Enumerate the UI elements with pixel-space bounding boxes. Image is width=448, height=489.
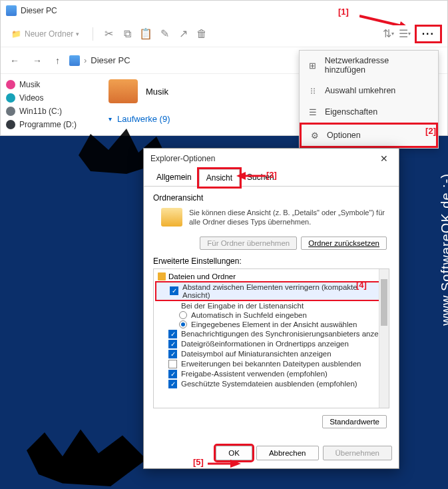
separator	[93, 27, 93, 41]
sidebar-item-label: Videos	[19, 93, 43, 103]
setting-row[interactable]: Bei der Eingabe in der Listenansicht	[155, 301, 387, 310]
pc-icon	[69, 55, 80, 66]
sidebar-item-drive-d[interactable]: Programme (D:)	[6, 118, 95, 131]
radio[interactable]	[179, 311, 187, 319]
setting-row[interactable]: ✓Dateigrößeinformationen in Ordnertipps …	[155, 339, 387, 349]
annotation-2: [2]	[425, 126, 436, 136]
tab-general[interactable]: Allgemein	[149, 169, 199, 186]
arrow-icon	[359, 7, 413, 25]
svg-marker-1	[398, 21, 413, 25]
svg-marker-5	[230, 460, 241, 468]
setting-row[interactable]: ✓Freigabe-Assistent verwenden (empfohlen…	[155, 369, 387, 379]
folder-view-icon	[161, 208, 182, 227]
checkbox[interactable]	[168, 360, 177, 368]
checkbox[interactable]: ✓	[168, 350, 177, 358]
sidebar-item-label: Win11b (C:)	[19, 107, 62, 116]
annotation-4: [4]	[356, 280, 367, 290]
folder-label: Musik	[146, 87, 168, 97]
svg-line-0	[359, 16, 405, 25]
breadcrumb-item: Dieser PC	[91, 55, 130, 65]
setting-row[interactable]: Automatisch in Suchfeld eingeben	[155, 310, 387, 320]
delete-icon[interactable]: 🗑	[196, 28, 208, 40]
options-icon: ⚙	[310, 130, 320, 141]
setting-row[interactable]: Erweiterungen bei bekannten Dateitypen a…	[155, 359, 387, 369]
folder-icon	[158, 272, 166, 280]
reset-folders-button[interactable]: Ordner zurücksetzen	[301, 237, 387, 250]
tab-view[interactable]: Ansicht	[199, 169, 240, 187]
apply-button[interactable]: Übernehmen	[323, 446, 392, 460]
setting-row[interactable]: ✓Abstand zwischen Elementen verringern (…	[155, 281, 387, 301]
sidebar-item-label: Programme (D:)	[19, 120, 77, 129]
breadcrumb[interactable]: › Dieser PC	[69, 55, 130, 66]
menu-invert-selection[interactable]: ⁝⁝Auswahl umkehren	[300, 80, 438, 101]
cancel-button[interactable]: Abbrechen	[256, 446, 319, 460]
menu-label: Netzwerkadresse hinzufügen	[325, 56, 430, 75]
defaults-button[interactable]: Standardwerte	[322, 415, 387, 428]
dialog-title: Explorer-Optionen	[150, 154, 215, 163]
rename-icon[interactable]: ✎	[158, 28, 170, 40]
folder-plus-icon: 📁	[10, 28, 22, 40]
checkbox[interactable]: ✓	[168, 370, 177, 378]
setting-row[interactable]: ✓Geschützte Systemdateien ausblenden (em…	[155, 379, 387, 389]
checkbox[interactable]: ✓	[170, 286, 178, 295]
window-title: Dieser PC	[21, 6, 57, 15]
decorative-silhouette	[27, 426, 146, 486]
setting-label: Freigabe-Assistent verwenden (empfohlen)	[181, 370, 328, 378]
more-button[interactable]: ···	[415, 25, 442, 43]
forward-button[interactable]: →	[29, 53, 46, 69]
setting-label: Eingegebenes Element in der Ansicht ausw…	[191, 320, 357, 328]
sidebar-item-videos[interactable]: Videos	[6, 91, 95, 105]
watermark-text: www.SoftwareOK.de :-)	[439, 173, 448, 326]
arrow-icon	[236, 172, 266, 185]
ok-button[interactable]: OK	[216, 446, 252, 460]
cut-icon[interactable]: ✂	[103, 28, 114, 40]
dialog-footer: OK Abbrechen Übernehmen	[144, 442, 399, 468]
sort-icon[interactable]: ⇅ ▾	[383, 28, 395, 40]
sidebar: Musik Videos Win11b (C:) Programme (D:)	[1, 74, 101, 135]
setting-label: Dateisymbol auf Miniaturansichten anzeig…	[181, 350, 332, 358]
view-icon[interactable]: ☰ ▾	[399, 28, 411, 40]
apply-to-folders-button[interactable]: Für Ordner übernehmen	[200, 237, 297, 250]
checkbox[interactable]: ✓	[168, 330, 177, 338]
drive-icon	[6, 107, 15, 116]
new-folder-button[interactable]: 📁 Neuer Ordner ▾	[6, 25, 83, 43]
annotation-3: [3]	[266, 170, 277, 180]
scrollbar[interactable]	[379, 269, 389, 408]
music-icon	[6, 80, 15, 89]
menu-network-address[interactable]: ⊞Netzwerkadresse hinzufügen	[300, 51, 438, 80]
up-button[interactable]: ↑	[51, 53, 64, 69]
setting-row[interactable]: ✓Benachrichtigungen des Synchronisierung…	[155, 329, 387, 339]
overflow-menu: ⊞Netzwerkadresse hinzufügen ⁝⁝Auswahl um…	[299, 50, 439, 149]
paste-icon[interactable]: 📋	[140, 28, 152, 40]
setting-row[interactable]: ✓Dateisymbol auf Miniaturansichten anzei…	[155, 349, 387, 359]
menu-options[interactable]: ⚙Optionen	[300, 123, 438, 148]
annotation-5: [5]	[193, 457, 204, 467]
arrow-icon	[208, 460, 241, 472]
menu-label: Optionen	[327, 131, 361, 140]
menu-label: Auswahl umkehren	[325, 86, 395, 95]
properties-icon: ☰	[308, 107, 318, 117]
setting-label: Automatisch in Suchfeld eingeben	[191, 311, 307, 319]
share-icon[interactable]: ↗	[177, 28, 189, 40]
folder-view-text: Sie können diese Ansicht (z. B. „Details…	[189, 208, 389, 227]
explorer-options-dialog: Explorer-Optionen ✕ Allgemein Ansicht Su…	[143, 148, 399, 469]
sidebar-item-music[interactable]: Musik	[6, 78, 95, 91]
dialog-titlebar: Explorer-Optionen ✕	[144, 149, 399, 169]
advanced-heading: Erweiterte Einstellungen:	[153, 256, 389, 266]
pc-icon	[6, 5, 17, 16]
radio[interactable]	[179, 320, 187, 328]
checkbox[interactable]: ✓	[168, 340, 177, 348]
copy-icon[interactable]: ⧉	[121, 28, 133, 40]
selection-icon: ⁝⁝	[308, 85, 318, 96]
sidebar-item-drive-c[interactable]: Win11b (C:)	[6, 105, 95, 118]
checkbox[interactable]: ✓	[168, 380, 177, 388]
new-folder-label: Neuer Ordner	[25, 29, 73, 39]
setting-label: Geschützte Systemdateien ausblenden (emp…	[181, 380, 357, 388]
menu-properties[interactable]: ☰Eigenschaften	[300, 101, 438, 123]
close-button[interactable]: ✕	[376, 152, 392, 165]
setting-row[interactable]: Eingegebenes Element in der Ansicht ausw…	[155, 320, 387, 329]
advanced-settings-list[interactable]: Dateien und Ordner ✓Abstand zwischen Ele…	[153, 268, 389, 408]
scrollbar-thumb[interactable]	[381, 279, 387, 326]
menu-label: Eigenschaften	[325, 107, 377, 117]
back-button[interactable]: ←	[6, 53, 23, 69]
